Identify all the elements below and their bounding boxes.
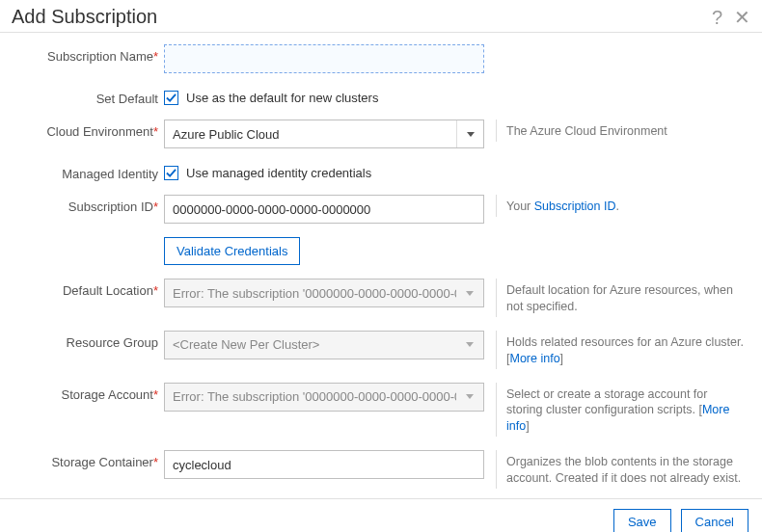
label-subscription-id: Subscription ID* [12,195,164,214]
row-cloud-env: Cloud Environment* Azure Public Cloud Th… [12,120,750,148]
subscription-id-link[interactable]: Subscription ID [534,200,616,213]
row-validate: Validate Credentials [12,237,750,265]
desc-subscription-id: Your Subscription ID. [496,195,747,217]
desc-storage-container: Organizes the blob contents in the stora… [496,450,747,489]
desc-resource-group: Holds related resources for an Azure clu… [496,331,747,369]
label-subscription-name: Subscription Name* [12,44,164,64]
label-storage-account: Storage Account* [12,383,164,402]
label-resource-group: Resource Group [12,331,164,350]
set-default-text: Use as the default for new clusters [186,91,378,105]
form: Subscription Name* Set Default Use as th… [0,40,762,489]
resource-group-more-info-link[interactable]: More info [509,352,559,365]
cloud-env-select[interactable]: Azure Public Cloud [164,120,484,148]
desc-cloud-env: The Azure Cloud Environment [496,120,747,142]
label-default-location: Default Location* [12,279,164,298]
managed-identity-checkbox[interactable] [164,166,178,180]
row-subscription-id: Subscription ID* Your Subscription ID. [12,195,750,224]
chevron-down-icon [466,342,474,347]
default-location-select[interactable]: Error: The subscription '0000000-0000-00… [164,279,484,307]
row-managed-identity: Managed Identity Use managed identity cr… [12,162,750,181]
label-cloud-env: Cloud Environment* [12,120,164,139]
label-set-default: Set Default [12,87,164,106]
row-default-location: Default Location* Error: The subscriptio… [12,279,750,317]
check-icon [166,93,177,103]
resource-group-select[interactable]: <Create New Per Cluster> [164,331,484,359]
help-icon[interactable]: ? [712,8,722,27]
cancel-button[interactable]: Cancel [681,509,748,532]
subscription-id-input[interactable] [164,195,484,224]
row-resource-group: Resource Group <Create New Per Cluster> … [12,331,750,369]
row-set-default: Set Default Use as the default for new c… [12,87,750,106]
set-default-checkbox[interactable] [164,91,178,105]
chevron-down-icon [466,291,474,296]
divider [0,32,762,33]
validate-credentials-button[interactable]: Validate Credentials [164,237,300,265]
label-storage-container: Storage Container* [12,450,164,469]
row-storage-container: Storage Container* Organizes the blob co… [12,450,750,489]
close-icon[interactable]: ✕ [734,8,750,27]
desc-default-location: Default location for Azure resources, wh… [496,279,747,317]
desc-storage-account: Select or create a storage account for s… [496,383,747,438]
titlebar-actions: ? ✕ [712,8,750,27]
row-subscription-name: Subscription Name* [12,44,750,73]
subscription-name-input[interactable] [164,44,484,73]
chevron-down-icon [466,394,474,399]
managed-identity-text: Use managed identity credentials [186,166,371,180]
dialog-title: Add Subscription [12,6,712,28]
label-managed-identity: Managed Identity [12,162,164,181]
chevron-down-icon [467,132,475,137]
row-storage-account: Storage Account* Error: The subscription… [12,383,750,438]
storage-account-select[interactable]: Error: The subscription '0000000-0000-00… [164,383,484,412]
save-button[interactable]: Save [613,509,671,532]
footer: Save Cancel [0,499,762,532]
check-icon [166,168,177,178]
titlebar: Add Subscription ? ✕ [0,0,762,32]
storage-container-input[interactable] [164,450,484,479]
